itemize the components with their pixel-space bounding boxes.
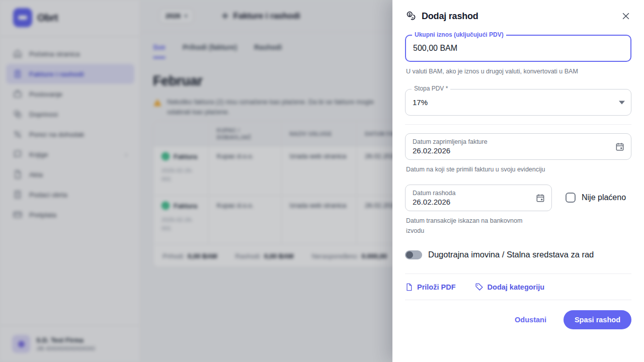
calendar-icon[interactable] xyxy=(535,193,545,203)
drawer-body: Ukupni iznos (uključujući PDV) 500,00 BA… xyxy=(392,32,644,362)
coins-icon xyxy=(406,11,417,22)
attach-pdf-label: Priloži PDF xyxy=(417,283,456,291)
expense-date-label: Datum rashoda xyxy=(406,185,551,197)
expense-date-field[interactable]: Datum rashoda 26.02.2026 xyxy=(405,185,552,211)
vat-rate-label: Stopa PDV * xyxy=(412,85,450,92)
drawer-title: Dodaj rashod xyxy=(422,11,478,22)
fixed-asset-toggle-label: Dugotrajna imovina / Stalna sredstava za… xyxy=(428,250,594,259)
drawer-footer: Odustani Spasi rashod xyxy=(405,300,631,339)
cancel-button[interactable]: Odustani xyxy=(515,316,546,324)
calendar-icon[interactable] xyxy=(615,142,625,152)
tag-icon xyxy=(475,283,484,291)
unpaid-checkbox-label: Nije plaćeno xyxy=(582,193,626,202)
expense-date-value: 26.02.2026 xyxy=(406,197,551,211)
drawer-header: Dodaj rashod xyxy=(392,0,644,32)
total-amount-label: Ukupni iznos (uključujući PDV) xyxy=(412,32,506,38)
received-date-value: 26.02.2026 xyxy=(406,145,631,160)
dropdown-arrow-icon xyxy=(619,101,625,104)
received-date-label: Datum zaprimljenja fakture xyxy=(406,134,631,145)
total-amount-value: 500,00 BAM xyxy=(406,36,630,61)
unpaid-checkbox[interactable] xyxy=(566,193,576,203)
fixed-asset-toggle[interactable] xyxy=(405,250,422,259)
vat-rate-value: 17% xyxy=(406,89,631,115)
vat-rate-select[interactable]: Stopa PDV * 17% xyxy=(405,89,631,116)
received-date-field[interactable]: Datum zaprimljenja fakture 26.02.2026 xyxy=(405,133,631,160)
attach-pdf-button[interactable]: Priloži PDF xyxy=(405,283,456,291)
total-amount-field[interactable]: Ukupni iznos (uključujući PDV) 500,00 BA… xyxy=(405,35,631,62)
add-category-button[interactable]: Dodaj kategoriju xyxy=(475,283,545,291)
close-icon[interactable] xyxy=(621,11,631,21)
received-date-helper: Datum na koji ste primili fakturu u svoj… xyxy=(406,164,630,174)
file-pdf-icon xyxy=(405,283,413,291)
add-expense-drawer: Dodaj rashod Ukupni iznos (uključujući P… xyxy=(392,0,644,362)
add-category-label: Dodaj kategoriju xyxy=(488,283,545,291)
save-expense-button[interactable]: Spasi rashod xyxy=(564,310,631,329)
amount-helper-text: U valuti BAM, ako je iznos u drugoj valu… xyxy=(406,66,630,76)
expense-date-helper: Datum transakcije iskazan na bankovnom i… xyxy=(406,216,532,236)
